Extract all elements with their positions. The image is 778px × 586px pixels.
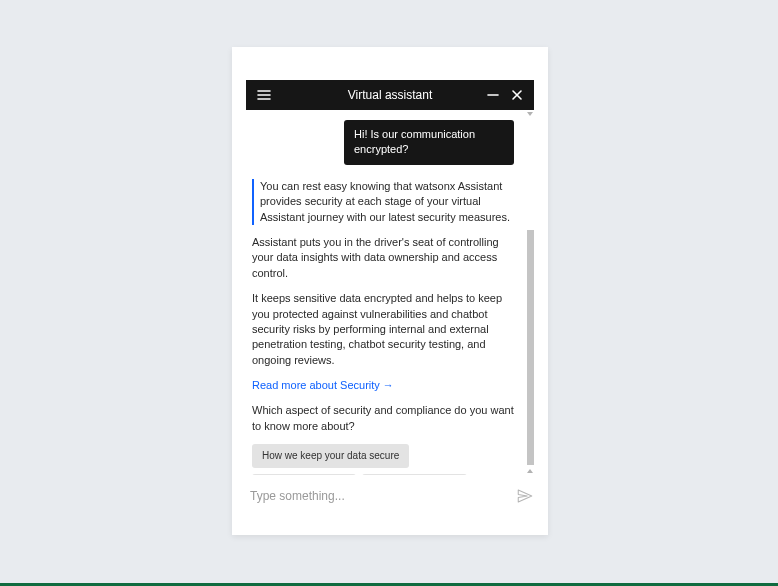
bot-paragraph: It keeps sensitive data encrypted and he… xyxy=(252,291,516,368)
user-message: Hi! Is our communication encrypted? xyxy=(344,120,514,165)
chip-hipaa[interactable]: HIPAA Compliance xyxy=(362,474,466,475)
scrollbar-thumb[interactable] xyxy=(527,230,534,465)
send-icon[interactable] xyxy=(516,487,534,505)
chat-header: Virtual assistant xyxy=(246,80,534,110)
chat-widget-card: Virtual assistant Hi! Is our communicati… xyxy=(232,47,548,535)
chip-data-secure[interactable]: How we keep your data secure xyxy=(252,444,409,468)
bot-message-intro: You can rest easy knowing that watsonx A… xyxy=(252,179,516,225)
input-row xyxy=(232,475,548,517)
suggestion-chips: How we keep your data secure GDPR Compli… xyxy=(252,444,516,475)
scrollbar[interactable] xyxy=(526,110,534,475)
minimize-icon[interactable] xyxy=(486,88,500,102)
card-padding-top xyxy=(232,47,548,80)
bot-paragraph: Assistant puts you in the driver's seat … xyxy=(252,235,516,281)
bot-question: Which aspect of security and compliance … xyxy=(252,403,516,434)
message-input[interactable] xyxy=(250,489,516,503)
scroll-up-arrow-icon[interactable] xyxy=(527,112,533,116)
chip-gdpr[interactable]: GDPR Compliance xyxy=(252,474,356,475)
menu-icon[interactable] xyxy=(256,87,272,103)
bot-paragraph: You can rest easy knowing that watsonx A… xyxy=(260,179,516,225)
chat-container: Virtual assistant Hi! Is our communicati… xyxy=(246,80,534,475)
card-padding-bottom xyxy=(232,517,548,535)
scroll-down-arrow-icon[interactable] xyxy=(527,469,533,473)
close-icon[interactable] xyxy=(510,88,524,102)
chat-body: Hi! Is our communication encrypted? You … xyxy=(246,110,534,475)
message-list: Hi! Is our communication encrypted? You … xyxy=(246,110,526,475)
security-link[interactable]: Read more about Security → xyxy=(252,378,516,393)
